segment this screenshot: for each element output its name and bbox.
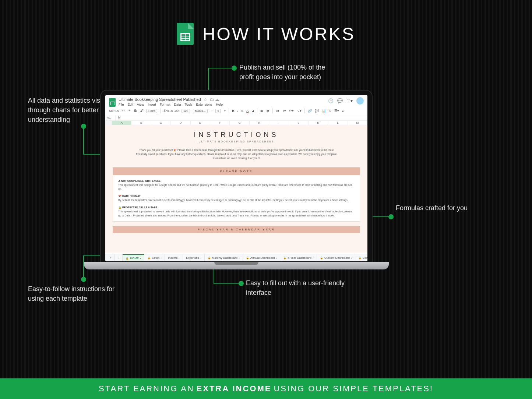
strike-icon[interactable]: S <box>241 109 243 113</box>
menu-edit[interactable]: Edit <box>128 103 134 106</box>
comments-icon[interactable]: 💬 <box>337 98 343 103</box>
paint-icon[interactable]: 🖌 <box>140 109 143 113</box>
comment-icon[interactable]: 💬 <box>315 109 319 113</box>
tab-annual[interactable]: 🔒Annual Dashboard▾ <box>243 254 280 261</box>
history-icon[interactable]: 🕒 <box>328 98 334 103</box>
name-box[interactable]: A1 <box>105 115 116 120</box>
tab-list[interactable]: ≡ <box>115 254 123 261</box>
tab-home[interactable]: 🔒HOME▾ <box>123 254 144 261</box>
col-k[interactable]: K <box>309 121 328 125</box>
filterviews-icon[interactable]: ☰▾ <box>334 109 339 113</box>
callout-formulas: Formulas crafted for you <box>396 203 468 213</box>
col-c[interactable]: C <box>151 121 171 125</box>
footer-bold: EXTRA INCOME <box>197 384 272 393</box>
fiscal-year-header: FISCAL YEAR & CALENDAR YEAR <box>113 226 360 233</box>
col-m[interactable]: M <box>348 121 367 125</box>
tab-custom[interactable]: 🔒Custom Dashboard▾ <box>317 254 355 261</box>
cloud-icon[interactable]: ☁ <box>215 97 219 102</box>
fx-icon: fx <box>116 115 123 120</box>
menubar: File Edit View Insert Format Data Tools … <box>119 103 325 106</box>
menu-tools[interactable]: Tools <box>184 103 192 106</box>
laptop-base <box>84 262 389 269</box>
tab-setup[interactable]: 🔒Setup▾ <box>144 254 165 261</box>
laptop-frame: Ultimate Bookkeeping Spreadsheet Publish… <box>100 90 373 263</box>
menu-data[interactable]: Data <box>174 103 181 106</box>
merge-icon[interactable]: ⇄ <box>267 109 269 113</box>
filter-icon[interactable]: ▽ <box>329 109 331 113</box>
tab-5year[interactable]: 🔒5-Year Dashboard▾ <box>280 254 317 261</box>
note-s2-body: By default, the template's date format i… <box>118 198 355 202</box>
page-title: HOW IT WORKS <box>202 24 355 44</box>
col-e[interactable]: E <box>191 121 210 125</box>
font-select[interactable]: Monts… <box>193 109 208 113</box>
instructions-subtitle: - ULTIMATE BOOKKEEPING SPREADSHEET - <box>120 140 353 143</box>
col-b[interactable]: B <box>131 121 151 125</box>
footer-banner: START EARNING AN EXTRA INCOME USING OUR … <box>0 378 532 399</box>
textcolor-icon[interactable]: A <box>246 109 249 113</box>
column-headers: A B C D E F G H I J K L M <box>105 121 367 125</box>
functions-icon[interactable]: Σ <box>342 109 344 113</box>
wrap-icon[interactable]: ↩▾ <box>289 109 294 113</box>
rotate-icon[interactable]: ⤹▾ <box>297 109 302 113</box>
sheets-titlebar: Ultimate Bookkeeping Spreadsheet Publish… <box>105 95 367 107</box>
menu-format[interactable]: Format <box>160 103 170 106</box>
note-s2-title: 📅 DATE FORMAT <box>118 194 355 198</box>
toolbar-menus-label: Menus <box>109 109 119 113</box>
avatar[interactable] <box>356 97 364 105</box>
menu-insert[interactable]: Insert <box>148 103 156 106</box>
connector-line <box>208 68 232 68</box>
borders-icon[interactable]: ▦ <box>260 109 264 113</box>
col-a[interactable]: A <box>112 121 131 125</box>
font-size[interactable]: 9 <box>215 109 221 113</box>
col-l[interactable]: L <box>328 121 348 125</box>
tab-comparison[interactable]: 🔒Comparison Dashboa <box>355 254 367 261</box>
doc-name[interactable]: Ultimate Bookkeeping Spreadsheet Publish… <box>119 97 325 102</box>
connector-line <box>214 283 239 284</box>
halign-icon[interactable]: ≡▾ <box>276 109 279 113</box>
connector-dot <box>239 281 244 286</box>
col-i[interactable]: I <box>269 121 289 125</box>
formula-bar[interactable]: A1 fx <box>105 115 367 121</box>
tab-income[interactable]: Income▾ <box>165 254 183 261</box>
instructions-title: INSTRUCTIONS <box>120 131 353 139</box>
number-format[interactable]: 123 <box>182 109 190 113</box>
menu-view[interactable]: View <box>137 103 144 106</box>
callout-instructions: Easy-to-follow instructions for using ea… <box>28 284 124 303</box>
star-icon[interactable]: ☆ <box>204 97 207 102</box>
tab-add[interactable]: + <box>107 254 115 261</box>
folder-icon[interactable]: 🗀 <box>210 97 214 102</box>
connector-line <box>83 255 84 278</box>
bold-icon[interactable]: B <box>232 109 235 113</box>
connector-dot <box>232 66 237 71</box>
menu-extensions[interactable]: Extensions <box>196 103 212 106</box>
currency-tools[interactable]: $ % .0 .00 <box>163 109 179 113</box>
callout-friendly: Easy to fill out with a user-friendly in… <box>246 278 349 297</box>
instructions-intro: Thank you for your purchase! 🎉 Please ta… <box>120 148 353 160</box>
tab-expenses[interactable]: Expenses▾ <box>183 254 204 261</box>
italic-icon[interactable]: I <box>237 109 239 113</box>
redo-icon[interactable]: ↷ <box>128 109 131 113</box>
zoom-select[interactable]: 100% <box>146 109 157 113</box>
menu-help[interactable]: Help <box>216 103 223 106</box>
menu-file[interactable]: File <box>119 103 124 106</box>
note-s1-title: ⚠ NOT COMPATIBLE WITH EXCEL <box>118 179 355 183</box>
col-d[interactable]: D <box>171 121 190 125</box>
col-g[interactable]: G <box>230 121 249 125</box>
sheet-body: INSTRUCTIONS - ULTIMATE BOOKKEEPING SPRE… <box>105 125 367 253</box>
print-icon[interactable]: 🖶 <box>134 109 137 113</box>
note-s3-title: 🔒 PROTECTED CELLS & TABS <box>118 205 355 209</box>
connector-line <box>83 126 84 155</box>
undo-icon[interactable]: ↶ <box>122 109 125 113</box>
fillcolor-icon[interactable]: ◢ <box>251 109 254 113</box>
footer-post: USING OUR SIMPLE TEMPLATES! <box>274 384 433 393</box>
chart-icon[interactable]: 📊 <box>322 109 326 113</box>
hero: HOW IT WORKS <box>0 23 532 45</box>
col-j[interactable]: J <box>289 121 309 125</box>
col-h[interactable]: H <box>250 121 269 125</box>
share-icon[interactable]: ☐▾ <box>346 98 353 103</box>
note-header: PLEASE NOTE <box>113 167 360 175</box>
link-icon[interactable]: 🔗 <box>308 109 312 113</box>
col-f[interactable]: F <box>210 121 230 125</box>
valign-icon[interactable]: ↕▾ <box>282 109 286 113</box>
tab-monthly[interactable]: 🔒Monthly Dashboard▾ <box>205 254 243 261</box>
